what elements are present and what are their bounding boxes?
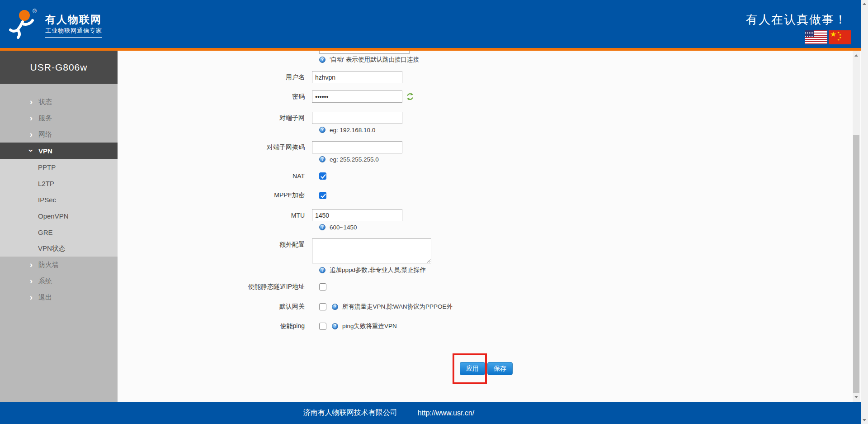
sidebar-item-label: 服务 (38, 114, 52, 123)
password-row: 密码 (118, 91, 414, 103)
us-flag-canton (805, 30, 814, 37)
enable-ping-hint: ? ping失败将重连VPN (332, 322, 397, 330)
password-input[interactable] (312, 91, 402, 103)
default-gateway-label: 默认网关 (118, 303, 312, 311)
peer-subnet-input[interactable] (312, 112, 402, 124)
company-name: 济南有人物联网技术有限公司 (303, 408, 397, 418)
nat-checkbox[interactable] (319, 172, 326, 180)
mtu-input[interactable] (312, 209, 402, 221)
sidebar-menu: › 状态 › 服务 › 网络 › VPN PPTP L2TP IPSec Ope… (0, 84, 118, 305)
scroll-up-arrow-icon[interactable] (863, 3, 866, 5)
mppe-label: MPPE加密 (118, 191, 312, 200)
mtu-row: MTU (118, 209, 402, 221)
apply-button[interactable]: 应用 (460, 362, 485, 375)
sidebar-item-label: 防火墙 (38, 261, 59, 269)
peer-subnet-label: 对端子网 (118, 114, 312, 122)
scroll-down-arrow-icon[interactable] (854, 396, 858, 398)
chevron-right-icon: › (28, 131, 34, 138)
static-tunnel-ip-row: 使能静态隧道IP地址 (118, 282, 326, 291)
save-button[interactable]: 保存 (487, 362, 513, 375)
sidebar-item-vpn-status[interactable]: VPN状态 (0, 240, 118, 257)
sidebar-item-services[interactable]: › 服务 (0, 110, 118, 126)
username-input[interactable] (312, 71, 402, 83)
website-link[interactable]: http://www.usr.cn/ (418, 409, 474, 417)
static-tunnel-ip-checkbox[interactable] (319, 283, 326, 291)
chevron-right-icon: › (28, 294, 34, 300)
extra-config-label: 额外配置 (118, 238, 312, 249)
help-icon: ? (332, 304, 338, 310)
footer: 济南有人物联网技术有限公司 http://www.usr.cn/ (0, 402, 861, 424)
chevron-right-icon: › (28, 262, 34, 268)
password-refresh-icon[interactable] (406, 92, 414, 101)
chevron-right-icon: › (28, 278, 34, 284)
peer-netmask-hint: ? eg: 255.255.255.0 (319, 155, 379, 163)
mtu-label: MTU (118, 212, 312, 219)
help-icon: ? (319, 57, 326, 63)
mtu-hint: ? 600~1450 (319, 223, 357, 231)
scrollbar-thumb[interactable] (853, 135, 859, 393)
chevron-right-icon: › (28, 115, 34, 121)
device-title: USR-G806w (0, 51, 118, 84)
enable-ping-row: 使能ping ? ping失败将重连VPN (118, 322, 397, 331)
brand-tagline: 工业物联网通信专家 (45, 27, 102, 38)
clipped-input-fragment[interactable] (319, 51, 410, 54)
content-scrollbar[interactable] (853, 51, 860, 402)
sidebar-item-pptp[interactable]: PPTP (0, 159, 118, 175)
sidebar-item-vpn[interactable]: › VPN (0, 143, 118, 159)
help-icon: ? (319, 156, 326, 162)
sidebar-item-label: 退出 (38, 293, 52, 302)
sidebar-item-label: VPN (38, 147, 52, 155)
sidebar-item-openvpn[interactable]: OpenVPN (0, 208, 118, 224)
chevron-right-icon: › (28, 99, 34, 105)
nat-row: NAT (118, 172, 326, 181)
peer-subnet-row: 对端子网 (118, 112, 402, 124)
sidebar-item-label: 网络 (38, 130, 52, 139)
sidebar: USR-G806w › 状态 › 服务 › 网络 › VPN PPTP L2TP… (0, 51, 118, 402)
sidebar-item-logout[interactable]: › 退出 (0, 289, 118, 305)
sidebar-item-label: 状态 (38, 98, 52, 106)
username-row: 用户名 (118, 71, 402, 83)
sidebar-item-l2tp[interactable]: L2TP (0, 175, 118, 191)
peer-netmask-label: 对端子网掩码 (118, 143, 312, 152)
static-tunnel-ip-label: 使能静态隧道IP地址 (118, 283, 312, 291)
pptp-settings-form: ? '自动' 表示使用默认路由接口连接 用户名 密码 对端子网 ? eg: 19… (118, 51, 853, 402)
header-slogan: 有人在认真做事！ (746, 12, 847, 28)
peer-subnet-hint: ? eg: 192.168.10.0 (319, 126, 375, 134)
sidebar-item-network[interactable]: › 网络 (0, 126, 118, 143)
enable-ping-checkbox[interactable] (319, 323, 326, 330)
flag-cn-language-switch[interactable]: ★ ★ ★ ★ ★ (829, 30, 851, 44)
peer-netmask-row: 对端子网掩码 (118, 141, 402, 153)
sidebar-item-status[interactable]: › 状态 (0, 94, 118, 110)
sidebar-item-ipsec[interactable]: IPSec (0, 191, 118, 208)
scroll-up-arrow-icon[interactable] (854, 54, 858, 57)
peer-netmask-input[interactable] (312, 141, 402, 153)
flag-us-language-switch[interactable] (805, 30, 827, 44)
default-gateway-hint: ? 所有流量走VPN,除WAN协议为PPPOE外 (332, 303, 453, 311)
nat-label: NAT (118, 172, 312, 180)
chevron-down-icon: › (28, 148, 34, 154)
header: ® 有人物联网 工业物联网通信专家 有人在认真做事！ ★ ★ ★ ★ ★ (0, 0, 861, 48)
extra-config-textarea[interactable] (312, 238, 431, 263)
sidebar-item-gre[interactable]: GRE (0, 224, 118, 240)
help-icon: ? (332, 323, 338, 329)
default-gateway-checkbox[interactable] (319, 303, 326, 310)
sidebar-item-firewall[interactable]: › 防火墙 (0, 257, 118, 273)
username-label: 用户名 (118, 73, 312, 81)
sidebar-item-system[interactable]: › 系统 (0, 273, 118, 289)
help-icon: ? (319, 127, 326, 133)
mppe-row: MPPE加密 (118, 191, 326, 200)
help-icon: ? (319, 224, 326, 230)
extra-config-row: 额外配置 (118, 238, 431, 263)
cn-flag-star-icon: ★ (830, 31, 836, 38)
vpn-submenu: PPTP L2TP IPSec OpenVPN GRE VPN状态 (0, 159, 118, 257)
password-label: 密码 (118, 93, 312, 101)
hint-auto-route: ? '自动' 表示使用默认路由接口连接 (319, 56, 419, 64)
page-scrollbar[interactable] (861, 0, 868, 424)
extra-config-hint: ? 追加pppd参数,非专业人员,禁止操作 (319, 266, 426, 274)
mppe-checkbox[interactable] (319, 192, 326, 199)
brand-title: 有人物联网 (45, 13, 102, 27)
enable-ping-label: 使能ping (118, 322, 312, 330)
sidebar-item-label: 系统 (38, 277, 52, 286)
help-icon: ? (319, 267, 326, 273)
scroll-down-arrow-icon[interactable] (863, 419, 866, 421)
